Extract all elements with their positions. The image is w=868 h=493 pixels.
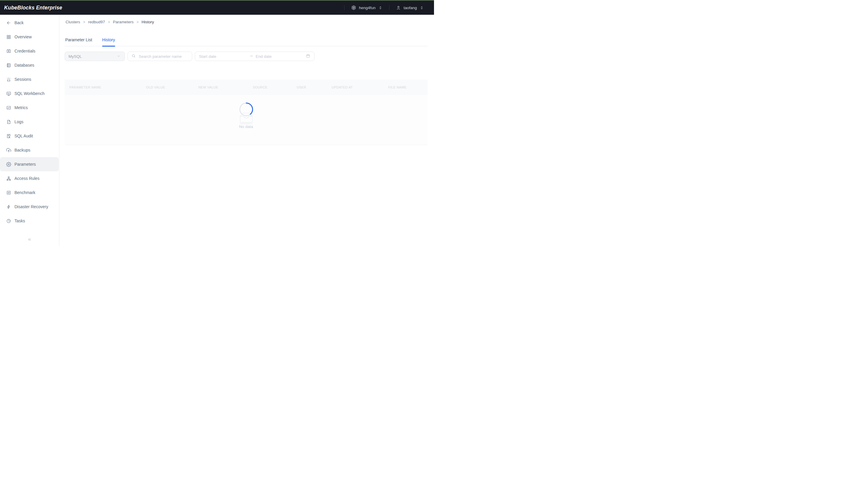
breadcrumb-cluster-name[interactable]: redbud97 [88, 20, 105, 24]
column-header: USER [286, 86, 317, 89]
org-selector[interactable]: heng4fun [351, 5, 383, 10]
breadcrumb-parameters[interactable]: Parameters [113, 20, 134, 24]
lightning-icon [6, 204, 11, 209]
cloud-upload-icon [6, 148, 11, 153]
user-name: taofang [404, 6, 417, 10]
topbar: KubeBlocks Enterprise heng4fun [0, 1, 434, 15]
sidebar-item-label: Access Rules [15, 176, 40, 181]
engine-select[interactable]: MySQL [65, 51, 125, 61]
sidebar-collapse-button[interactable]: « [0, 236, 59, 242]
main-content: Clusters > redbud97 > Parameters > Histo… [60, 15, 434, 246]
overview-grid-icon [6, 35, 11, 40]
search-icon [132, 53, 136, 59]
column-header: SOURCE [235, 86, 286, 89]
empty-state-text: No data [65, 124, 427, 129]
sidebar-back-button[interactable]: Back [0, 16, 59, 30]
org-name: heng4fun [359, 6, 376, 10]
arrow-left-icon [6, 20, 11, 25]
end-date-field[interactable]: End date [256, 54, 303, 59]
table-header-row: PARAMETER NAME OLD VALUE NEW VALUE SOURC… [65, 80, 427, 95]
sidebar-item-label: Logs [15, 120, 23, 124]
sidebar-item-label: Benchmark [15, 190, 36, 195]
document-icon [6, 120, 11, 124]
sidebar-item-label: Back [15, 20, 24, 25]
sidebar-item-label: Databases [15, 63, 34, 67]
date-range-picker[interactable]: Start date End date [195, 51, 315, 61]
audit-doc-icon [6, 133, 11, 138]
tab-history[interactable]: History [102, 34, 115, 46]
org-cube-icon [351, 5, 356, 10]
gear-icon [6, 162, 11, 167]
user-icon [396, 5, 401, 10]
sidebar-item-overview[interactable]: Overview [0, 30, 59, 44]
breadcrumb-clusters[interactable]: Clusters [65, 20, 80, 24]
unfold-chevrons-icon [378, 6, 383, 10]
filter-bar: MySQL Start date [65, 51, 315, 61]
arrow-right-icon [249, 54, 253, 59]
breadcrumb-separator: > [136, 20, 139, 24]
sidebar-item-metrics[interactable]: Metrics [0, 101, 59, 115]
sidebar-item-label: Metrics [15, 105, 28, 110]
monitor-sql-icon: SQL [6, 91, 11, 96]
user-menu[interactable]: taofang [396, 5, 424, 10]
sidebar-item-label: Overview [15, 35, 32, 39]
sidebar-item-label: SQL Workbench [15, 91, 45, 96]
column-header: PARAMETER NAME [65, 86, 129, 89]
table-body: No data [65, 95, 427, 145]
parameter-search-box [127, 51, 192, 61]
breadcrumb-separator: > [108, 20, 110, 24]
topbar-right: heng4fun taofang [338, 1, 424, 15]
hierarchy-icon [6, 176, 11, 181]
history-table: PARAMETER NAME OLD VALUE NEW VALUE SOURC… [65, 80, 427, 145]
breadcrumb-current: History [141, 20, 154, 24]
tab-parameter-list[interactable]: Parameter List [65, 34, 92, 46]
sidebar-item-label: Credentials [15, 49, 36, 53]
column-header: NEW VALUE [182, 86, 235, 89]
id-card-icon [6, 49, 11, 53]
sidebar-item-databases[interactable]: Databases [0, 58, 59, 72]
sidebar-item-label: Backups [15, 148, 31, 152]
topbar-divider [344, 5, 345, 10]
column-header: UPDATED AT [317, 86, 367, 89]
sidebar-item-backups[interactable]: Backups [0, 143, 59, 157]
sidebar-item-credentials[interactable]: Credentials [0, 44, 59, 58]
chevron-down-icon [117, 54, 120, 59]
search-input[interactable] [138, 54, 188, 59]
column-header: OLD VALUE [129, 86, 182, 89]
siren-icon [6, 77, 11, 82]
sidebar-item-benchmark[interactable]: Benchmark [0, 186, 59, 200]
sidebar-item-label: Disaster Recovery [15, 204, 48, 209]
sidebar-item-label: Sessions [15, 77, 31, 82]
loading-spinner [239, 102, 254, 117]
engine-select-value: MySQL [68, 54, 82, 59]
unfold-chevrons-icon [420, 6, 424, 10]
sidebar-item-label: Parameters [15, 162, 36, 167]
brand-logo: KubeBlocks Enterprise [4, 5, 62, 11]
sidebar-item-sql-workbench[interactable]: SQL SQL Workbench [0, 86, 59, 101]
server-icon [6, 63, 11, 68]
sidebar-item-disaster-recovery[interactable]: Disaster Recovery [0, 200, 59, 214]
sidebar-item-label: SQL Audit [15, 133, 33, 138]
column-header: FILE NAME [367, 86, 427, 89]
breadcrumb: Clusters > redbud97 > Parameters > Histo… [65, 20, 154, 24]
sidebar-item-parameters[interactable]: Parameters [0, 157, 59, 171]
sidebar-item-access-rules[interactable]: Access Rules [0, 171, 59, 186]
clock-icon [6, 218, 11, 223]
topbar-divider [389, 5, 389, 10]
sidebar-item-sessions[interactable]: Sessions [0, 72, 59, 86]
app-window: KubeBlocks Enterprise heng4fun [0, 0, 434, 246]
start-date-field[interactable]: Start date [199, 54, 247, 59]
calendar-icon [306, 53, 310, 59]
sidebar-item-sql-audit[interactable]: SQL Audit [0, 129, 59, 143]
sidebar-item-label: Tasks [15, 218, 25, 223]
svg-text:SQL: SQL [7, 92, 10, 94]
sidebar-item-logs[interactable]: Logs [0, 115, 59, 129]
sliders-icon [6, 190, 11, 195]
breadcrumb-separator: > [83, 20, 85, 24]
chart-icon [6, 105, 11, 110]
tab-bar: Parameter List History [65, 34, 427, 46]
sidebar-item-tasks[interactable]: Tasks [0, 214, 59, 228]
sidebar: Back Overview Credentials [0, 15, 59, 246]
